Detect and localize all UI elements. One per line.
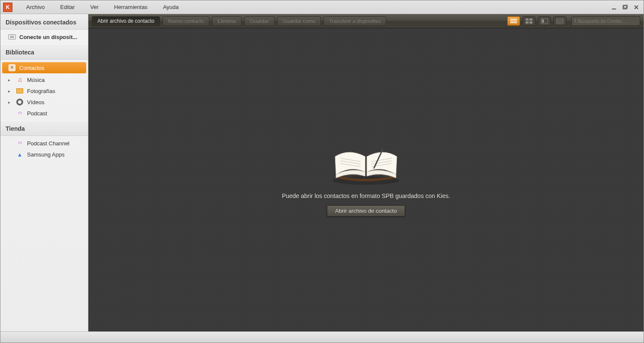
svg-rect-13: [542, 19, 544, 23]
sidebar-item-musica[interactable]: ▸ ♫ Música: [0, 74, 88, 85]
menu-bar: K Archivo Editar Ver Herramientas Ayuda: [0, 0, 644, 14]
search-input[interactable]: [578, 18, 637, 24]
close-button[interactable]: [632, 3, 641, 11]
toolbar: Abrir archivo de contacto Nuevo contacto…: [88, 14, 644, 28]
sidebar-item-label: Fotografías: [27, 88, 55, 94]
sidebar-section-devices: Dispositivos conectados: [0, 14, 88, 30]
sidebar: Dispositivos conectados Conecte un dispo…: [0, 14, 88, 331]
content-area: Puede abrir los contactos en formato SPB…: [88, 28, 644, 331]
detail-icon: [556, 18, 563, 24]
body: Dispositivos conectados Conecte un dispo…: [0, 14, 644, 331]
menu-ayuda[interactable]: Ayuda: [155, 1, 187, 13]
minimize-button[interactable]: [609, 3, 619, 11]
chevron-right-icon: ▸: [8, 100, 12, 105]
chevron-right-icon: ▸: [8, 78, 12, 82]
menu-herramientas[interactable]: Herramientas: [106, 1, 155, 13]
main-area: Abrir archivo de contacto Nuevo contacto…: [88, 14, 644, 331]
search-box[interactable]: [571, 16, 640, 26]
svg-rect-11: [529, 21, 532, 24]
sidebar-item-fotografias[interactable]: ▸ Fotografías: [0, 85, 88, 96]
sidebar-item-label: Samsung Apps: [27, 151, 64, 158]
svg-rect-1: [623, 6, 626, 9]
sidebar-item-label: Contactos: [19, 65, 45, 71]
menu-editar[interactable]: Editar: [52, 1, 82, 13]
window-controls: [609, 0, 641, 14]
view-card-button[interactable]: [538, 16, 551, 26]
sidebar-item-label: Música: [27, 77, 45, 83]
open-book-icon: [327, 144, 405, 187]
music-icon: ♫: [16, 76, 24, 84]
sidebar-connect-device-label: Conecte un disposit...: [19, 34, 77, 40]
toolbar-open-contact[interactable]: Abrir archivo de contacto: [92, 16, 160, 26]
sidebar-item-samsung-apps[interactable]: ▸ ▲ Samsung Apps: [0, 149, 88, 160]
svg-point-17: [575, 19, 577, 22]
podcast-icon: ⌔: [16, 139, 24, 147]
sidebar-item-label: Podcast Channel: [27, 140, 70, 147]
svg-rect-8: [526, 18, 529, 21]
view-list-button[interactable]: [507, 16, 520, 26]
search-icon: [574, 18, 576, 24]
sidebar-item-podcast-channel[interactable]: ▸ ⌔ Podcast Channel: [0, 138, 88, 149]
app-icon: K: [3, 3, 12, 12]
sidebar-section-library: Biblioteca: [0, 44, 88, 60]
toolbar-save-as[interactable]: Guardar como: [277, 16, 321, 26]
svg-rect-9: [529, 18, 532, 21]
svg-rect-2: [624, 5, 627, 8]
sidebar-section-store: Tienda: [0, 120, 88, 136]
list-icon: [510, 18, 517, 24]
svg-rect-10: [526, 21, 529, 24]
menu-ver[interactable]: Ver: [82, 1, 106, 13]
sidebar-item-podcast[interactable]: ▸ ⌔ Podcast: [0, 108, 88, 119]
sidebar-item-videos[interactable]: ▸ Vídeos: [0, 96, 88, 108]
sidebar-item-label: Vídeos: [27, 99, 44, 105]
contact-icon: [8, 64, 16, 72]
open-contact-file-button[interactable]: Abrir archivo de contacto: [327, 205, 405, 217]
podcast-icon: ⌔: [16, 109, 24, 117]
svg-rect-14: [556, 18, 563, 24]
menu-archivo[interactable]: Archivo: [18, 1, 52, 13]
chevron-right-icon: ▸: [8, 89, 12, 93]
photo-icon: [16, 87, 24, 95]
view-detail-button[interactable]: [553, 16, 566, 26]
svg-rect-5: [510, 19, 517, 20]
view-grid-button[interactable]: [523, 16, 535, 26]
sidebar-item-label: Podcast: [27, 110, 47, 117]
app-window: K Archivo Editar Ver Herramientas Ayuda …: [0, 0, 644, 343]
status-bar: [0, 331, 644, 343]
svg-rect-7: [510, 22, 517, 23]
grid-icon: [526, 18, 532, 24]
device-icon: [8, 33, 16, 41]
toolbar-new-contact[interactable]: Nuevo contacto: [163, 16, 209, 26]
samsung-icon: ▲: [16, 150, 24, 158]
video-icon: [16, 98, 24, 106]
toolbar-transfer[interactable]: Transferir a dispositivo: [324, 16, 386, 26]
empty-state-message: Puede abrir los contactos en formato SPB…: [282, 193, 450, 199]
maximize-button[interactable]: [620, 3, 630, 11]
toolbar-save[interactable]: Guardar: [244, 16, 274, 26]
toolbar-delete[interactable]: Eliminar: [212, 16, 242, 26]
card-icon: [541, 18, 548, 24]
svg-rect-6: [510, 21, 517, 21]
sidebar-connect-device[interactable]: Conecte un disposit...: [0, 31, 88, 42]
sidebar-item-contactos[interactable]: Contactos: [2, 62, 86, 73]
